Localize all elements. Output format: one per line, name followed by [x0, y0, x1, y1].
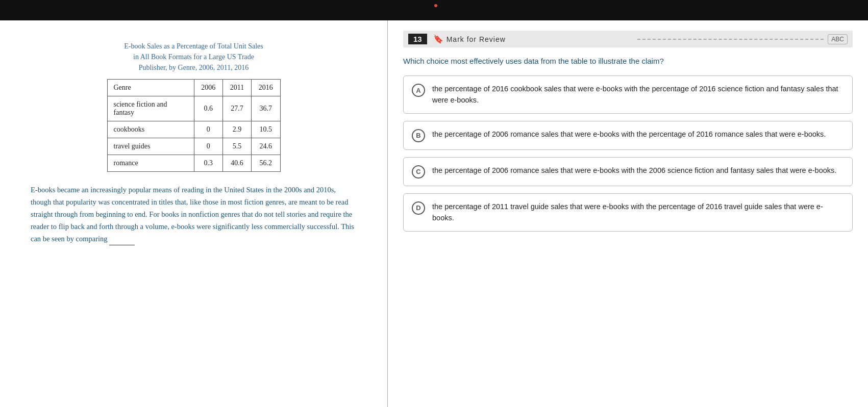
right-panel: 13 🔖 Mark for Review ABC Which choice mo… [388, 20, 868, 407]
data-table: Genre 2006 2011 2016 science fiction and… [107, 79, 281, 172]
option-text-a: the percentage of 2016 cookbook sales th… [432, 83, 844, 106]
passage-part1: E-books became an increasingly popular m… [31, 186, 354, 243]
answer-option-b[interactable]: B the percentage of 2006 romance sales t… [403, 121, 853, 150]
table-title-line3: Publisher, by Genre, 2006, 2011, 2016 [139, 64, 249, 71]
question-header: 13 🔖 Mark for Review ABC [403, 31, 853, 47]
table-title: E-book Sales as a Percentage of Total Un… [31, 41, 357, 73]
option-circle-d: D [412, 201, 425, 215]
passage-text: E-books became an increasingly popular m… [31, 184, 357, 245]
genre-scifi: science fiction and fantasy [107, 96, 194, 121]
question-number: 13 [408, 34, 427, 44]
romance-2011: 40.6 [223, 155, 252, 172]
col-header-2006: 2006 [194, 80, 223, 96]
option-text-c: the percentage of 2006 romance sales tha… [432, 165, 836, 176]
table-row: science fiction and fantasy 0.6 27.7 36.… [107, 96, 280, 121]
table-row: cookbooks 0 2.9 10.5 [107, 121, 280, 138]
table-row: romance 0.3 40.6 56.2 [107, 155, 280, 172]
passage-content: E-books became an increasingly popular m… [31, 186, 354, 243]
option-circle-a: A [412, 84, 425, 97]
genre-cookbooks: cookbooks [107, 121, 194, 138]
question-prompt: Which choice most effectively uses data … [403, 57, 853, 65]
cookbooks-2016: 10.5 [251, 121, 280, 138]
top-bar-dot [434, 4, 437, 7]
option-text-d: the percentage of 2011 travel guide sale… [432, 201, 844, 224]
romance-2006: 0.3 [194, 155, 223, 172]
abc-badge[interactable]: ABC [828, 34, 848, 44]
bookmark-icon[interactable]: 🔖 [433, 34, 443, 44]
travel-2011: 5.5 [223, 138, 252, 155]
answer-option-c[interactable]: C the percentage of 2006 romance sales t… [403, 157, 853, 186]
cookbooks-2011: 2.9 [223, 121, 252, 138]
table-title-line1: E-book Sales as a Percentage of Total Un… [124, 42, 263, 50]
option-b-label: the percentage of 2006 romance sales tha… [432, 130, 826, 138]
table-title-line2: in All Book Formats for a Large US Trade [133, 53, 254, 61]
col-header-genre: Genre [107, 80, 194, 96]
genre-romance: romance [107, 155, 194, 172]
romance-2016: 56.2 [251, 155, 280, 172]
left-panel: E-book Sales as a Percentage of Total Un… [0, 20, 388, 407]
top-bar [0, 0, 868, 20]
prompt-text: Which choice most effectively uses data … [403, 57, 664, 65]
mark-review-label[interactable]: Mark for Review [447, 35, 633, 43]
option-a-label: the percentage of 2016 cookbook sales th… [432, 85, 838, 104]
travel-2016: 24.6 [251, 138, 280, 155]
option-circle-c: C [412, 165, 425, 179]
travel-2006: 0 [194, 138, 223, 155]
col-header-2016: 2016 [251, 80, 280, 96]
answer-option-d[interactable]: D the percentage of 2011 travel guide sa… [403, 193, 853, 232]
cookbooks-2006: 0 [194, 121, 223, 138]
col-header-2011: 2011 [223, 80, 252, 96]
genre-travel: travel guides [107, 138, 194, 155]
dashed-separator [637, 39, 824, 40]
option-c-label: the percentage of 2006 romance sales tha… [432, 166, 836, 174]
main-layout: E-book Sales as a Percentage of Total Un… [0, 20, 868, 407]
answer-option-a[interactable]: A the percentage of 2016 cookbook sales … [403, 75, 853, 114]
option-circle-b: B [412, 129, 425, 142]
table-row: travel guides 0 5.5 24.6 [107, 138, 280, 155]
scifi-2016: 36.7 [251, 96, 280, 121]
option-d-label: the percentage of 2011 travel guide sale… [432, 202, 823, 222]
option-text-b: the percentage of 2006 romance sales tha… [432, 129, 826, 140]
scifi-2011: 27.7 [223, 96, 252, 121]
scifi-2006: 0.6 [194, 96, 223, 121]
passage-blank [109, 245, 135, 245]
